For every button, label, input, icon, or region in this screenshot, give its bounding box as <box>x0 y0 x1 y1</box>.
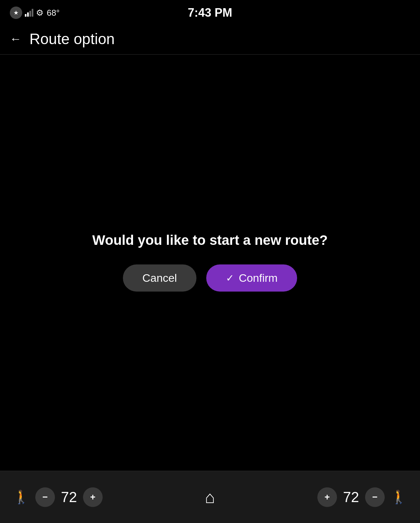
settings-icon: ⚙ <box>36 8 43 18</box>
status-time: 7:43 PM <box>188 6 232 20</box>
left-plus-button[interactable]: + <box>83 487 103 507</box>
left-minus-button[interactable]: − <box>35 487 55 507</box>
left-count: 72 <box>61 489 77 505</box>
page-title: Route option <box>29 30 115 48</box>
bluetooth-icon: ★ <box>10 7 22 19</box>
page-header: ← Route option <box>0 24 420 55</box>
bottom-right-controls: + 72 − 🚶 <box>317 487 407 507</box>
back-button[interactable]: ← <box>10 32 22 46</box>
status-icons: ★ ⚙ <box>10 7 43 19</box>
right-plus-button[interactable]: + <box>317 487 337 507</box>
main-content: Would you like to start a new route? Can… <box>0 55 420 469</box>
bottom-bar: 🚶 − 72 + ⌂ + 72 − 🚶 <box>0 471 420 523</box>
signal-icon <box>25 9 33 17</box>
dialog-question: Would you like to start a new route? <box>73 232 347 248</box>
left-seat-icon: 🚶 <box>13 489 29 505</box>
right-count: 72 <box>343 489 359 505</box>
confirm-label: Confirm <box>239 272 277 284</box>
home-button[interactable]: ⌂ <box>205 487 215 507</box>
dialog-buttons: Cancel ✓ Confirm <box>123 264 297 292</box>
check-icon: ✓ <box>226 272 234 284</box>
status-bar: ★ ⚙ 68° 7:43 PM <box>0 0 420 24</box>
cancel-button[interactable]: Cancel <box>123 264 197 292</box>
bottom-left-controls: 🚶 − 72 + <box>13 487 103 507</box>
temperature: 68° <box>47 8 59 18</box>
confirm-button[interactable]: ✓ Confirm <box>206 264 297 292</box>
right-minus-button[interactable]: − <box>365 487 385 507</box>
status-bar-left: ★ ⚙ 68° <box>10 7 59 19</box>
right-seat-icon: 🚶 <box>391 489 407 505</box>
